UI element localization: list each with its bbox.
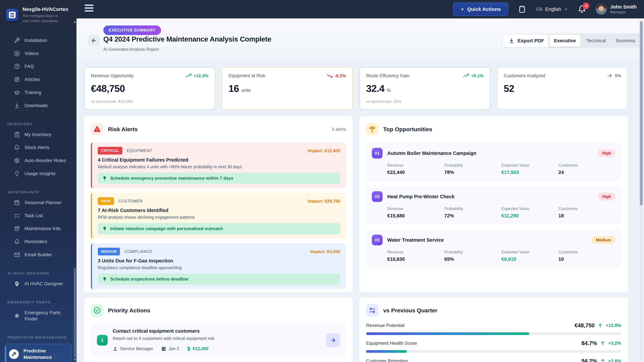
sidebar-item-downloads[interactable]: Downloads	[0, 99, 76, 112]
head-gear-icon	[14, 281, 20, 287]
opportunity-card-1[interactable]: #1 Autumn Boiler Maintenance Campaign Hi…	[366, 143, 621, 181]
sidebar-item-label: Predictive Maintenance	[24, 348, 66, 361]
alert-recommendation: Schedule emergency preventive maintenanc…	[98, 173, 340, 184]
opportunity-card-3[interactable]: #3 Water Treatment Service Medium Revenu…	[366, 230, 621, 268]
quick-actions-button[interactable]: + Quick Actions	[453, 2, 508, 16]
rank-badge: #2	[372, 191, 382, 202]
tab-business[interactable]: Business	[612, 35, 640, 47]
expected-value: €11,290	[502, 213, 558, 219]
expected-value: €17,503	[502, 170, 558, 175]
alert-title: 4 Critical Equipment Failures Predicted	[98, 157, 340, 163]
action-due-date: Jan 2	[161, 346, 179, 351]
kpi-label: Revenue Opportunity	[91, 73, 134, 78]
customers-value: 24	[558, 170, 616, 175]
page-scrollbar-thumb[interactable]	[640, 21, 643, 205]
tab-executive[interactable]: Executive	[549, 35, 580, 47]
sidebar-scrollbar-thumb[interactable]	[74, 268, 76, 358]
sidebar-item-training[interactable]: Training	[0, 86, 76, 99]
sidebar-scrollbar	[74, 20, 76, 362]
priority-actions-panel: Priority Actions 1 Contact critical equi…	[84, 298, 353, 362]
kpi-value: 32.4	[366, 83, 384, 94]
alert-category: COMPLIANCE	[124, 249, 152, 254]
kpi-label: Route Efficiency Gain	[366, 73, 410, 78]
sidebar-item-maintenance-kits[interactable]: Maintenance Kits	[0, 222, 76, 235]
sidebar-item-predictive-maintenance[interactable]: Predictive Maintenance	[5, 344, 72, 362]
sidebar: Nexgile-HVACortex The Intelligent Brain …	[0, 0, 76, 362]
play-circle-icon	[14, 51, 20, 56]
sidebar-item-label: FAQ	[24, 63, 34, 69]
warning-triangle-icon	[91, 123, 103, 135]
sidebar-item-label: Auto-Reorder Rules	[24, 157, 66, 164]
scroll-down-arrow-icon[interactable]	[74, 359, 76, 361]
metric-delta: +3.2%	[608, 341, 621, 346]
kpi-card-customers-analyzed: Customers Analyzed 0% 52	[497, 67, 628, 110]
sidebar-section-predictive-maintenance: PREDICTIVE MAINTENANCE	[0, 330, 76, 341]
kpi-delta: 0%	[615, 73, 621, 78]
executive-summary-badge: EXECUTIVE SUMMARY	[103, 25, 161, 35]
risk-alert-critical: CRITICAL EQUIPMENT Impact: €12,400 4 Cri…	[91, 142, 346, 188]
sidebar-item-label: Maintenance Kits	[24, 225, 60, 232]
sidebar-item-auto-reorder-rules[interactable]: Auto-Reorder Rules	[0, 154, 76, 167]
user-name: John Smith	[610, 4, 636, 10]
page-subtitle: AI-Generated Analysis Report	[103, 47, 159, 52]
kpi-value: 52	[504, 83, 514, 94]
user-menu[interactable]: John Smith Manager	[596, 4, 636, 15]
alert-description: Regulatory compliance deadline approachi…	[98, 265, 340, 270]
sidebar-item-my-inventory[interactable]: My Inventory	[0, 128, 76, 141]
panel-title: Priority Actions	[108, 307, 150, 314]
help-circle-icon	[14, 63, 20, 69]
priority-badge: Medium	[592, 236, 616, 244]
sidebar-item-task-list[interactable]: Task List	[0, 209, 76, 222]
sidebar-item-stock-alerts[interactable]: Stock Alerts	[0, 141, 76, 154]
scroll-up-arrow-icon[interactable]	[74, 21, 76, 23]
kpi-card-route-efficiency-gain: Route Efficiency Gain +5.1% 32.4% vs ben…	[360, 67, 490, 110]
rank-badge: #1	[372, 148, 382, 159]
report-view-tabs: Executive Technical Business	[548, 33, 641, 48]
sidebar-item-label: Emergency Parts Finder	[24, 310, 66, 322]
language-label: English	[545, 6, 561, 12]
gear-icon	[14, 158, 20, 163]
sidebar-item-seasonal-planner[interactable]: Seasonal Planner	[0, 196, 76, 209]
page-header: EXECUTIVE SUMMARY Q4 2024 Predictive Mai…	[76, 18, 644, 60]
sidebar-item-videos[interactable]: Videos	[0, 47, 76, 60]
brand-tagline: The Intelligent Brain ofYour HVAC Operat…	[22, 13, 68, 24]
sidebar-item-articles[interactable]: Articles	[0, 73, 76, 86]
customers-value: 18	[558, 213, 616, 219]
sidebar-item-faq[interactable]: FAQ	[0, 60, 76, 73]
sidebar-item-label: Installation	[24, 37, 47, 43]
severity-badge: CRITICAL	[98, 147, 122, 155]
tab-technical[interactable]: Technical	[582, 35, 611, 47]
sidebar-item-label: Downloads	[24, 102, 48, 109]
sidebar-item-ai-hvac-designer[interactable]: AI HVAC Designer	[0, 277, 76, 290]
bell-icon	[14, 145, 20, 150]
notifications-button[interactable]: 4	[578, 5, 586, 13]
lightbulb-icon	[102, 176, 107, 181]
calendar-icon[interactable]	[518, 5, 526, 13]
chevron-down-icon	[564, 7, 568, 11]
trophy-icon	[366, 123, 378, 135]
back-button[interactable]	[88, 35, 100, 46]
language-selector[interactable]: GB English	[536, 6, 568, 12]
sidebar-item-reminders[interactable]: Reminders	[0, 235, 76, 248]
customers-value: 10	[558, 256, 616, 262]
sidebar-item-label: Seasonal Planner	[24, 199, 62, 206]
metric-delta: +2.6%	[608, 359, 621, 362]
risk-alerts-panel: Risk Alerts 3 alerts CRITICAL EQUIPMENT …	[84, 116, 353, 293]
metric-label: Revenue Potential	[366, 323, 404, 328]
alert-category: EQUIPMENT	[127, 148, 152, 153]
sidebar-item-label: Email Builder	[24, 252, 52, 258]
export-pdf-button[interactable]: Export PDF	[502, 34, 551, 48]
sidebar-item-installation[interactable]: Installation	[0, 34, 76, 47]
sidebar-item-emergency-parts-finder[interactable]: Emergency Parts Finder	[0, 306, 76, 326]
list-checks-icon	[14, 213, 20, 219]
wrench-circle-icon	[9, 349, 19, 359]
sidebar-item-usage-insights[interactable]: Usage Insights	[0, 167, 76, 180]
kpi-label: Customers Analyzed	[504, 73, 546, 78]
quick-actions-label: Quick Actions	[467, 6, 501, 12]
action-owner: Service Manager	[113, 346, 153, 351]
opportunity-card-2[interactable]: #2 Heat Pump Pre-Winter Check High Reven…	[366, 186, 621, 224]
sidebar-item-email-builder[interactable]: Email Builder	[0, 248, 76, 261]
file-text-icon	[14, 77, 20, 82]
menu-icon[interactable]	[85, 4, 94, 13]
action-arrow-button[interactable]	[326, 333, 340, 347]
